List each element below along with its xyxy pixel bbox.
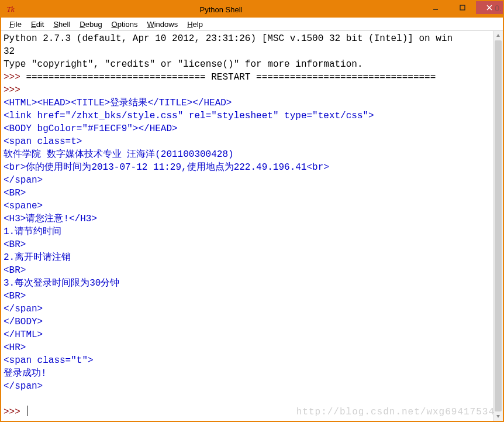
menu-rest: indows	[154, 20, 178, 29]
menu-rest: ebug	[85, 20, 102, 29]
close-icon	[486, 5, 492, 11]
python-shell-window: Tk Python Shell FileEditShellDebugOption…	[0, 0, 504, 422]
shell-line-html: <BR>	[4, 188, 26, 198]
window-controls	[422, 1, 503, 18]
minimize-button[interactable]	[422, 1, 449, 14]
shell-line-stdout: Python 2.7.3 (default, Apr 10 2012, 23:3…	[4, 33, 453, 44]
shell-line-html: 1.请节约时间	[4, 227, 61, 237]
shell-line-html: </span>	[4, 175, 43, 186]
svg-marker-5	[496, 415, 500, 418]
shell-line-html: </span>	[4, 304, 43, 314]
minimize-icon	[433, 5, 439, 11]
menu-options[interactable]: Options	[107, 19, 143, 30]
shell-line-html: 登录成功!	[4, 368, 47, 379]
shell-line-html: <H3>请您注意!</H3>	[4, 214, 97, 224]
shell-line-html: <BODY bgColor="#F1ECF9"></HEAD>	[4, 123, 178, 134]
shell-line-html: <BR>	[4, 265, 26, 276]
shell-line-html: </HTML>	[4, 330, 43, 340]
menu-accel: F	[9, 20, 14, 29]
scroll-up-arrow-icon[interactable]	[493, 31, 503, 40]
menubar: FileEditShellDebugOptionsWindowsHelp	[1, 18, 503, 31]
menu-edit[interactable]: Edit	[26, 19, 49, 30]
svg-rect-1	[460, 5, 465, 10]
menu-debug[interactable]: Debug	[75, 19, 106, 30]
text-cursor	[27, 406, 27, 416]
menu-file[interactable]: File	[5, 19, 26, 30]
shell-line-html: <BR>	[4, 291, 26, 301]
shell-output[interactable]: Python 2.7.3 (default, Apr 10 2012, 23:3…	[1, 31, 493, 421]
menu-rest: elp	[193, 20, 203, 29]
shell-line-html: <br>你的使用时间为2013-07-12 11:29,使用地点为222.49.…	[4, 162, 329, 173]
shell-line-stdout: Type "copyright", "credits" or "license(…	[4, 59, 363, 70]
shell-line-html: <BR>	[4, 239, 26, 250]
menu-shell[interactable]: Shell	[49, 19, 75, 30]
menu-accel: D	[80, 20, 85, 29]
tk-logo-icon: Tk	[5, 4, 16, 15]
shell-line-html: <HR>	[4, 342, 26, 353]
content-area: Python 2.7.3 (default, Apr 10 2012, 23:3…	[1, 31, 503, 421]
menu-rest: ptions	[118, 20, 138, 29]
scroll-down-arrow-icon[interactable]	[493, 411, 503, 421]
maximize-icon	[460, 5, 465, 11]
close-button[interactable]	[476, 1, 503, 14]
shell-line-prompt: >>>	[4, 407, 26, 417]
shell-line-html: <span class=t>	[4, 136, 82, 147]
menu-help[interactable]: Help	[182, 19, 208, 30]
menu-windows[interactable]: Windows	[142, 19, 182, 30]
shell-line-prompt: >>>	[4, 72, 26, 83]
window-title: Python Shell	[20, 5, 422, 14]
shell-line-html: <spane>	[4, 201, 43, 211]
menu-accel: H	[187, 20, 192, 29]
shell-line-html: <HTML><HEAD><TITLE>登录结果</TITLE></HEAD>	[4, 98, 232, 108]
shell-line-html: </BODY>	[4, 317, 43, 327]
shell-line-html: <link href="/zhxt_bks/style.css" rel="st…	[4, 111, 374, 121]
titlebar[interactable]: Tk Python Shell	[1, 1, 503, 18]
menu-accel: W	[147, 20, 154, 29]
shell-line-stdout: 32	[4, 46, 15, 57]
shell-line-html: 3.每次登录时间限为30分钟	[4, 278, 119, 289]
vertical-scrollbar[interactable]	[493, 31, 503, 421]
shell-line-html: 软件学院 数字媒体技术专业 汪海洋(201100300428)	[4, 149, 234, 160]
shell-line-stdout: ================================ RESTART…	[26, 72, 436, 83]
shell-line-html: <span class="t">	[4, 355, 94, 366]
menu-accel: S	[53, 20, 58, 29]
menu-accel: O	[112, 20, 118, 29]
scrollbar-thumb[interactable]	[495, 40, 502, 411]
shell-line-prompt: >>>	[4, 85, 26, 95]
shell-line-html: 2.离开时请注销	[4, 252, 71, 263]
menu-rest: hell	[58, 20, 70, 29]
scrollbar-track[interactable]	[493, 40, 503, 411]
maximize-button[interactable]	[449, 1, 476, 14]
svg-marker-4	[496, 34, 500, 37]
menu-rest: dit	[36, 20, 44, 29]
menu-accel: E	[31, 20, 36, 29]
shell-line-html: </span>	[4, 381, 43, 392]
menu-rest: ile	[14, 20, 22, 29]
